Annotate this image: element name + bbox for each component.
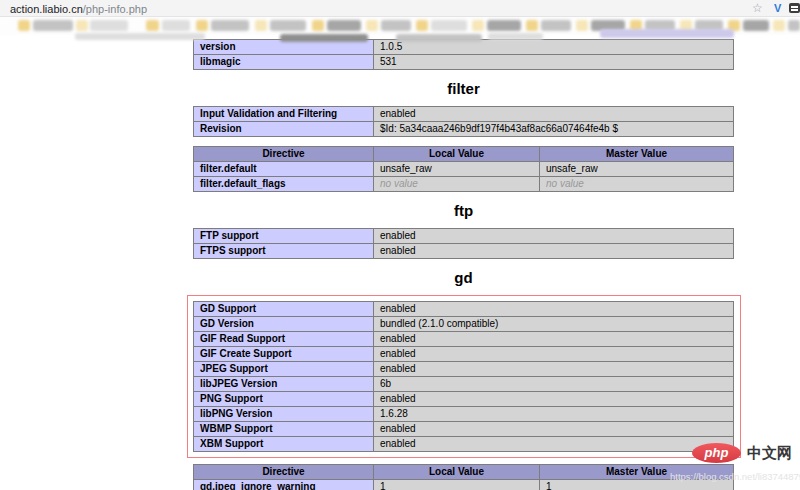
prop-label: GD Support (194, 302, 374, 317)
php-cn-logo: php (692, 443, 741, 463)
censored-blob (773, 20, 785, 31)
censored-blob (270, 20, 306, 31)
table-row: libJPEG Version6b (194, 377, 734, 392)
censored-blob (280, 34, 368, 42)
censored-blob (600, 29, 734, 38)
section-heading-gd: gd (193, 268, 734, 288)
censored-blob (162, 20, 190, 31)
censored-blob (33, 20, 73, 31)
master-value: no value (540, 177, 734, 192)
prop-label: libmagic (194, 55, 374, 70)
censored-blob (416, 20, 428, 31)
censored-blob (488, 33, 543, 40)
prop-label: GIF Create Support (194, 347, 374, 362)
prop-value: enabled (374, 229, 734, 244)
censored-blob (366, 20, 378, 31)
url-path: /php-info.php (83, 3, 147, 15)
prop-label: Input Validation and Filtering (194, 107, 374, 122)
prop-value: enabled (374, 244, 734, 259)
section-heading-filter: filter (193, 79, 734, 99)
bookmark-star-icon[interactable]: ☆ (752, 1, 763, 15)
local-value: unsafe_raw (374, 162, 540, 177)
column-header: Master Value (540, 147, 734, 162)
censored-blob (526, 20, 538, 31)
table-row: GIF Create Supportenabled (194, 347, 734, 362)
section-heading-ftp: ftp (193, 201, 734, 221)
local-value: no value (374, 177, 540, 192)
censored-blob (255, 20, 267, 31)
table-row: FTPS supportenabled (194, 244, 734, 259)
censored-blob (431, 20, 467, 31)
table-header-row: DirectiveLocal ValueMaster Value (194, 147, 734, 162)
table-row: filter.default_flagsno valueno value (194, 177, 734, 192)
censored-blob (327, 20, 361, 31)
censored-blob (487, 20, 521, 31)
extension-v-icon[interactable]: V (774, 2, 781, 14)
props-table-partial: version1.0.5libmagic531 (193, 39, 734, 70)
directive-name: gd.jpeg_ignore_warning (194, 480, 374, 490)
browser-url-bar[interactable]: action.liabio.cn/php-info.php ☆ V (0, 0, 800, 17)
prop-value: enabled (374, 392, 734, 407)
table-row: filter.defaultunsafe_rawunsafe_raw (194, 162, 734, 177)
directive-name: filter.default (194, 162, 374, 177)
props-table-ftp: FTP supportenabledFTPS supportenabled (193, 228, 734, 259)
prop-value: 1.6.28 (374, 407, 734, 422)
table-header-row: DirectiveLocal ValueMaster Value (194, 465, 734, 480)
censored-blob (76, 20, 88, 31)
censored-blob (788, 20, 800, 31)
censored-blob (146, 20, 159, 31)
props-table-gd: GD SupportenabledGD Versionbundled (2.1.… (193, 301, 734, 452)
table-row: JPEG Supportenabled (194, 362, 734, 377)
table-row: gd.jpeg_ignore_warning11 (194, 480, 734, 490)
table-row: Revision$Id: 5a34caaa246b9df197f4b43af8a… (194, 122, 734, 137)
table-row: FTP supportenabled (194, 229, 734, 244)
prop-value: enabled (374, 422, 734, 437)
censored-blob (312, 20, 324, 31)
php-cn-site-text: 中文网 (747, 444, 792, 463)
prop-label: libJPEG Version (194, 377, 374, 392)
prop-value: $Id: 5a34caaa246b9df197f4b43af8ac66a0746… (374, 122, 734, 137)
table-row: GIF Read Supportenabled (194, 332, 734, 347)
prop-label: Revision (194, 122, 374, 137)
prop-value: enabled (374, 302, 734, 317)
phpinfo-content: version1.0.5libmagic531 filter Input Val… (0, 35, 800, 490)
censored-blob (211, 20, 249, 31)
prop-value: enabled (374, 107, 734, 122)
prop-value: bundled (2.1.0 compatible) (374, 317, 734, 332)
table-row: GD Supportenabled (194, 302, 734, 317)
table-row: libmagic531 (194, 55, 734, 70)
censored-blob (90, 20, 128, 31)
prop-value: enabled (374, 347, 734, 362)
prop-label: FTPS support (194, 244, 374, 259)
column-header: Local Value (374, 147, 540, 162)
prop-value: 6b (374, 377, 734, 392)
prop-value: enabled (374, 437, 734, 452)
censored-blob (18, 20, 30, 31)
gd-highlight-annotation-box: GD SupportenabledGD Versionbundled (2.1.… (187, 295, 741, 458)
censored-blob (541, 20, 571, 31)
directive-table-gd: DirectiveLocal ValueMaster Valuegd.jpeg_… (193, 464, 734, 490)
prop-label: PNG Support (194, 392, 374, 407)
column-header: Local Value (374, 465, 540, 480)
prop-label: WBMP Support (194, 422, 374, 437)
table-row: WBMP Supportenabled (194, 422, 734, 437)
master-value: unsafe_raw (540, 162, 734, 177)
censored-blob (75, 33, 205, 40)
directive-table-filter: DirectiveLocal ValueMaster Valuefilter.d… (193, 146, 734, 192)
browser-menu-icon[interactable] (789, 3, 800, 13)
prop-label: FTP support (194, 229, 374, 244)
prop-label: JPEG Support (194, 362, 374, 377)
censored-blob (472, 20, 484, 31)
url-host: action.liabio.cn (10, 3, 83, 15)
prop-value: enabled (374, 362, 734, 377)
address-url[interactable]: action.liabio.cn/php-info.php (10, 3, 147, 15)
prop-value: 531 (374, 55, 734, 70)
censored-blob (396, 34, 482, 42)
censored-blob (743, 20, 769, 31)
watermark-url: https://blog.csdn.net/li837448792 (670, 471, 800, 482)
prop-value: enabled (374, 332, 734, 347)
censored-blob (196, 20, 208, 31)
prop-label: libPNG Version (194, 407, 374, 422)
directive-name: filter.default_flags (194, 177, 374, 192)
column-header: Directive (194, 147, 374, 162)
